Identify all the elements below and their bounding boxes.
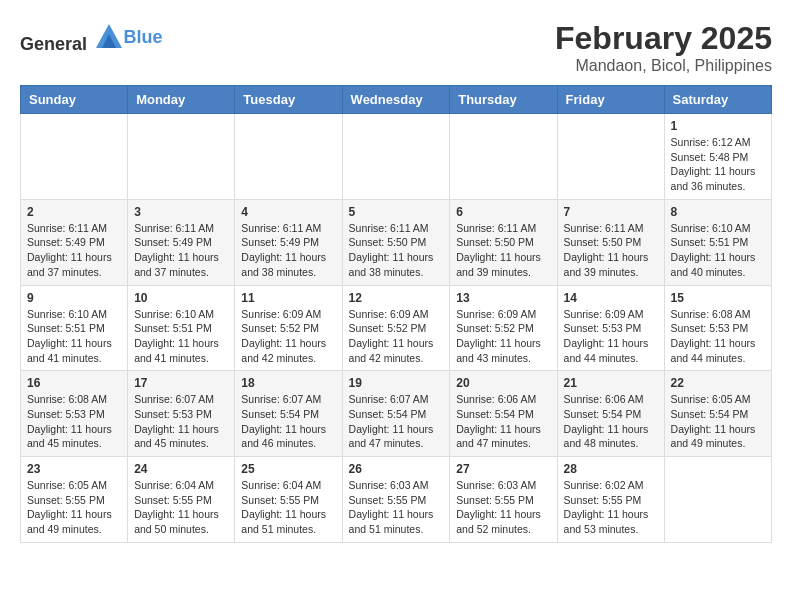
day-info: Sunrise: 6:07 AM Sunset: 5:54 PM Dayligh… <box>241 392 335 451</box>
day-number: 18 <box>241 376 335 390</box>
day-number: 6 <box>456 205 550 219</box>
day-info: Sunrise: 6:10 AM Sunset: 5:51 PM Dayligh… <box>134 307 228 366</box>
calendar-cell: 12Sunrise: 6:09 AM Sunset: 5:52 PM Dayli… <box>342 285 450 371</box>
calendar-cell: 20Sunrise: 6:06 AM Sunset: 5:54 PM Dayli… <box>450 371 557 457</box>
day-number: 27 <box>456 462 550 476</box>
calendar-week-row: 9Sunrise: 6:10 AM Sunset: 5:51 PM Daylig… <box>21 285 772 371</box>
day-number: 25 <box>241 462 335 476</box>
day-info: Sunrise: 6:09 AM Sunset: 5:52 PM Dayligh… <box>456 307 550 366</box>
calendar-cell: 4Sunrise: 6:11 AM Sunset: 5:49 PM Daylig… <box>235 199 342 285</box>
calendar-cell: 6Sunrise: 6:11 AM Sunset: 5:50 PM Daylig… <box>450 199 557 285</box>
header: General Blue February 2025 Mandaon, Bico… <box>20 20 772 75</box>
day-number: 4 <box>241 205 335 219</box>
day-info: Sunrise: 6:09 AM Sunset: 5:52 PM Dayligh… <box>349 307 444 366</box>
calendar-cell: 14Sunrise: 6:09 AM Sunset: 5:53 PM Dayli… <box>557 285 664 371</box>
calendar-header-row: SundayMondayTuesdayWednesdayThursdayFrid… <box>21 86 772 114</box>
day-number: 1 <box>671 119 765 133</box>
day-info: Sunrise: 6:05 AM Sunset: 5:55 PM Dayligh… <box>27 478 121 537</box>
calendar-cell: 26Sunrise: 6:03 AM Sunset: 5:55 PM Dayli… <box>342 457 450 543</box>
calendar-week-row: 23Sunrise: 6:05 AM Sunset: 5:55 PM Dayli… <box>21 457 772 543</box>
calendar-cell: 15Sunrise: 6:08 AM Sunset: 5:53 PM Dayli… <box>664 285 771 371</box>
calendar-cell: 2Sunrise: 6:11 AM Sunset: 5:49 PM Daylig… <box>21 199 128 285</box>
calendar-cell: 3Sunrise: 6:11 AM Sunset: 5:49 PM Daylig… <box>128 199 235 285</box>
calendar-cell <box>450 114 557 200</box>
title-area: February 2025 Mandaon, Bicol, Philippine… <box>555 20 772 75</box>
calendar-cell <box>235 114 342 200</box>
day-number: 2 <box>27 205 121 219</box>
day-number: 26 <box>349 462 444 476</box>
calendar-cell: 27Sunrise: 6:03 AM Sunset: 5:55 PM Dayli… <box>450 457 557 543</box>
day-info: Sunrise: 6:09 AM Sunset: 5:53 PM Dayligh… <box>564 307 658 366</box>
day-number: 3 <box>134 205 228 219</box>
day-number: 21 <box>564 376 658 390</box>
calendar-cell: 16Sunrise: 6:08 AM Sunset: 5:53 PM Dayli… <box>21 371 128 457</box>
day-number: 11 <box>241 291 335 305</box>
day-number: 23 <box>27 462 121 476</box>
day-info: Sunrise: 6:08 AM Sunset: 5:53 PM Dayligh… <box>671 307 765 366</box>
logo-blue-text: Blue <box>124 27 163 47</box>
calendar-cell: 19Sunrise: 6:07 AM Sunset: 5:54 PM Dayli… <box>342 371 450 457</box>
calendar-cell: 8Sunrise: 6:10 AM Sunset: 5:51 PM Daylig… <box>664 199 771 285</box>
day-info: Sunrise: 6:07 AM Sunset: 5:54 PM Dayligh… <box>349 392 444 451</box>
calendar-cell <box>557 114 664 200</box>
calendar-cell: 28Sunrise: 6:02 AM Sunset: 5:55 PM Dayli… <box>557 457 664 543</box>
calendar-cell: 9Sunrise: 6:10 AM Sunset: 5:51 PM Daylig… <box>21 285 128 371</box>
logo-general-text: General <box>20 34 87 54</box>
day-info: Sunrise: 6:12 AM Sunset: 5:48 PM Dayligh… <box>671 135 765 194</box>
day-info: Sunrise: 6:11 AM Sunset: 5:50 PM Dayligh… <box>456 221 550 280</box>
calendar-cell: 18Sunrise: 6:07 AM Sunset: 5:54 PM Dayli… <box>235 371 342 457</box>
day-number: 28 <box>564 462 658 476</box>
day-number: 9 <box>27 291 121 305</box>
sub-title: Mandaon, Bicol, Philippines <box>555 57 772 75</box>
calendar-cell: 5Sunrise: 6:11 AM Sunset: 5:50 PM Daylig… <box>342 199 450 285</box>
calendar-cell <box>21 114 128 200</box>
calendar-cell <box>664 457 771 543</box>
calendar-week-row: 16Sunrise: 6:08 AM Sunset: 5:53 PM Dayli… <box>21 371 772 457</box>
day-info: Sunrise: 6:03 AM Sunset: 5:55 PM Dayligh… <box>349 478 444 537</box>
logo: General Blue <box>20 20 163 55</box>
calendar-day-header: Thursday <box>450 86 557 114</box>
calendar-cell: 21Sunrise: 6:06 AM Sunset: 5:54 PM Dayli… <box>557 371 664 457</box>
day-info: Sunrise: 6:02 AM Sunset: 5:55 PM Dayligh… <box>564 478 658 537</box>
day-info: Sunrise: 6:06 AM Sunset: 5:54 PM Dayligh… <box>564 392 658 451</box>
day-number: 5 <box>349 205 444 219</box>
calendar-day-header: Saturday <box>664 86 771 114</box>
day-info: Sunrise: 6:03 AM Sunset: 5:55 PM Dayligh… <box>456 478 550 537</box>
day-info: Sunrise: 6:11 AM Sunset: 5:50 PM Dayligh… <box>564 221 658 280</box>
calendar-day-header: Wednesday <box>342 86 450 114</box>
day-info: Sunrise: 6:06 AM Sunset: 5:54 PM Dayligh… <box>456 392 550 451</box>
day-info: Sunrise: 6:07 AM Sunset: 5:53 PM Dayligh… <box>134 392 228 451</box>
day-number: 19 <box>349 376 444 390</box>
calendar-cell <box>342 114 450 200</box>
day-number: 16 <box>27 376 121 390</box>
day-number: 8 <box>671 205 765 219</box>
day-number: 15 <box>671 291 765 305</box>
day-info: Sunrise: 6:11 AM Sunset: 5:49 PM Dayligh… <box>241 221 335 280</box>
calendar-week-row: 2Sunrise: 6:11 AM Sunset: 5:49 PM Daylig… <box>21 199 772 285</box>
calendar-day-header: Sunday <box>21 86 128 114</box>
day-number: 17 <box>134 376 228 390</box>
day-info: Sunrise: 6:09 AM Sunset: 5:52 PM Dayligh… <box>241 307 335 366</box>
calendar-cell: 11Sunrise: 6:09 AM Sunset: 5:52 PM Dayli… <box>235 285 342 371</box>
calendar-cell: 22Sunrise: 6:05 AM Sunset: 5:54 PM Dayli… <box>664 371 771 457</box>
calendar-cell: 24Sunrise: 6:04 AM Sunset: 5:55 PM Dayli… <box>128 457 235 543</box>
calendar-cell: 17Sunrise: 6:07 AM Sunset: 5:53 PM Dayli… <box>128 371 235 457</box>
day-info: Sunrise: 6:04 AM Sunset: 5:55 PM Dayligh… <box>241 478 335 537</box>
calendar-cell: 23Sunrise: 6:05 AM Sunset: 5:55 PM Dayli… <box>21 457 128 543</box>
day-info: Sunrise: 6:10 AM Sunset: 5:51 PM Dayligh… <box>671 221 765 280</box>
logo-icon <box>94 20 124 50</box>
day-number: 22 <box>671 376 765 390</box>
calendar-week-row: 1Sunrise: 6:12 AM Sunset: 5:48 PM Daylig… <box>21 114 772 200</box>
day-number: 13 <box>456 291 550 305</box>
calendar-cell <box>128 114 235 200</box>
day-number: 10 <box>134 291 228 305</box>
calendar-cell: 25Sunrise: 6:04 AM Sunset: 5:55 PM Dayli… <box>235 457 342 543</box>
day-info: Sunrise: 6:11 AM Sunset: 5:50 PM Dayligh… <box>349 221 444 280</box>
day-info: Sunrise: 6:10 AM Sunset: 5:51 PM Dayligh… <box>27 307 121 366</box>
day-info: Sunrise: 6:08 AM Sunset: 5:53 PM Dayligh… <box>27 392 121 451</box>
calendar-cell: 1Sunrise: 6:12 AM Sunset: 5:48 PM Daylig… <box>664 114 771 200</box>
day-number: 7 <box>564 205 658 219</box>
main-title: February 2025 <box>555 20 772 57</box>
calendar-cell: 7Sunrise: 6:11 AM Sunset: 5:50 PM Daylig… <box>557 199 664 285</box>
calendar-cell: 13Sunrise: 6:09 AM Sunset: 5:52 PM Dayli… <box>450 285 557 371</box>
